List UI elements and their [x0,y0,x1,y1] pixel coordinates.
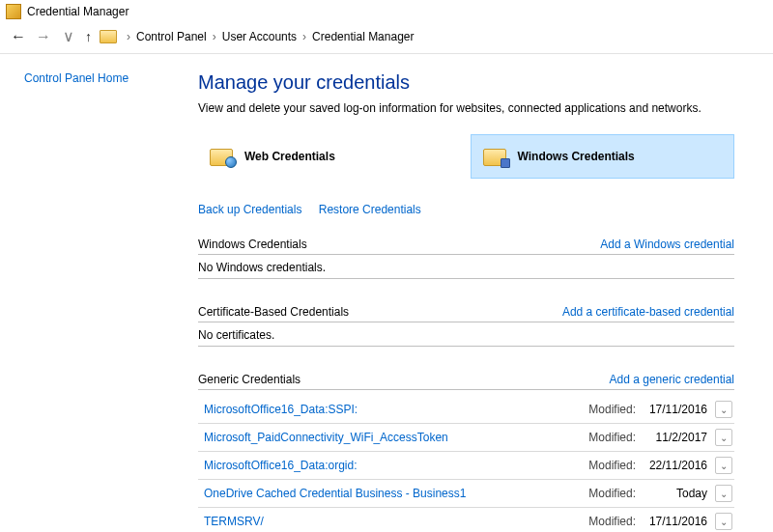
credential-name: Microsoft_PaidConnectivity_WiFi_AccessTo… [204,431,588,444]
modified-date: 17/11/2016 [640,515,707,528]
expand-button[interactable]: ⌄ [715,429,732,446]
modified-date: 17/11/2016 [640,403,707,416]
modified-date: 22/11/2016 [640,459,707,472]
credential-row[interactable]: TERMSRV/Modified:17/11/2016⌄ [198,508,734,532]
web-credentials-icon [210,145,237,168]
breadcrumb-item[interactable]: Credential Manager [312,30,414,43]
windows-credentials-header: Windows Credentials Add a Windows creden… [198,238,734,255]
folder-icon [100,30,117,43]
chevron-down-icon: ⌄ [720,405,728,415]
section-title: Certificate-Based Credentials [198,305,349,319]
add-generic-credential-link[interactable]: Add a generic credential [610,373,734,386]
breadcrumb-item[interactable]: User Accounts [222,30,297,43]
expand-button[interactable]: ⌄ [715,485,732,502]
titlebar: Credential Manager [0,0,773,23]
credential-type-tiles: Web Credentials Windows Credentials [198,134,734,179]
web-credentials-tile[interactable]: Web Credentials [198,134,461,179]
up-button[interactable]: ↑ [85,29,92,44]
page-title: Manage your credentials [198,71,734,94]
modified-label: Modified: [588,487,636,500]
add-certificate-credential-link[interactable]: Add a certificate-based credential [562,305,734,319]
credential-name: TERMSRV/ [204,515,588,528]
modified-date: Today [640,487,707,500]
tile-label: Windows Credentials [518,150,635,163]
navigation-bar: ← → ∨ ↑ › Control Panel › User Accounts … [0,23,773,54]
restore-credentials-link[interactable]: Restore Credentials [319,203,421,216]
credential-row[interactable]: MicrosoftOffice16_Data:orgid:Modified:22… [198,452,734,480]
window-title: Credential Manager [27,5,129,18]
recent-dropdown[interactable]: ∨ [60,27,77,45]
chevron-down-icon: ⌄ [720,517,728,527]
tile-label: Web Credentials [244,150,335,163]
forward-button[interactable]: → [35,28,52,45]
generic-credentials-header: Generic Credentials Add a generic creden… [198,373,734,390]
credential-actions: Back up Credentials Restore Credentials [198,203,734,216]
chevron-down-icon: ⌄ [720,433,728,443]
certificate-credentials-header: Certificate-Based Credentials Add a cert… [198,305,734,322]
chevron-right-icon: › [213,30,216,43]
back-button[interactable]: ← [10,28,27,45]
chevron-right-icon: › [302,30,306,43]
sidebar: Control Panel Home [0,54,184,532]
control-panel-home-link[interactable]: Control Panel Home [24,71,129,85]
chevron-down-icon: ⌄ [720,489,728,499]
modified-date: 11/2/2017 [640,431,707,444]
modified-label: Modified: [588,459,636,472]
windows-credentials-tile[interactable]: Windows Credentials [471,134,735,179]
credential-row[interactable]: Microsoft_PaidConnectivity_WiFi_AccessTo… [198,424,734,452]
add-windows-credential-link[interactable]: Add a Windows credential [600,238,734,251]
credential-name: MicrosoftOffice16_Data:orgid: [204,459,588,472]
chevron-right-icon: › [127,30,130,43]
page-subtitle: View and delete your saved log-on inform… [198,101,734,115]
credential-name: OneDrive Cached Credential Business - Bu… [204,487,588,500]
modified-label: Modified: [588,403,636,416]
credential-manager-icon [6,4,21,19]
generic-credentials-list: MicrosoftOffice16_Data:SSPI:Modified:17/… [198,396,734,532]
main-content: Manage your credentials View and delete … [184,54,773,532]
windows-empty-message: No Windows credentials. [198,261,734,279]
breadcrumb[interactable]: › Control Panel › User Accounts › Creden… [125,30,415,43]
section-title: Windows Credentials [198,238,307,251]
expand-button[interactable]: ⌄ [715,513,732,530]
expand-button[interactable]: ⌄ [715,457,732,474]
credential-row[interactable]: MicrosoftOffice16_Data:SSPI:Modified:17/… [198,396,734,424]
windows-credentials-icon [483,145,510,168]
backup-credentials-link[interactable]: Back up Credentials [198,203,301,216]
credential-row[interactable]: OneDrive Cached Credential Business - Bu… [198,480,734,508]
certificate-empty-message: No certificates. [198,328,734,347]
modified-label: Modified: [588,431,636,444]
expand-button[interactable]: ⌄ [715,401,732,418]
breadcrumb-item[interactable]: Control Panel [136,30,207,43]
credential-name: MicrosoftOffice16_Data:SSPI: [204,403,588,416]
section-title: Generic Credentials [198,373,301,386]
chevron-down-icon: ⌄ [720,461,728,471]
modified-label: Modified: [588,515,636,528]
